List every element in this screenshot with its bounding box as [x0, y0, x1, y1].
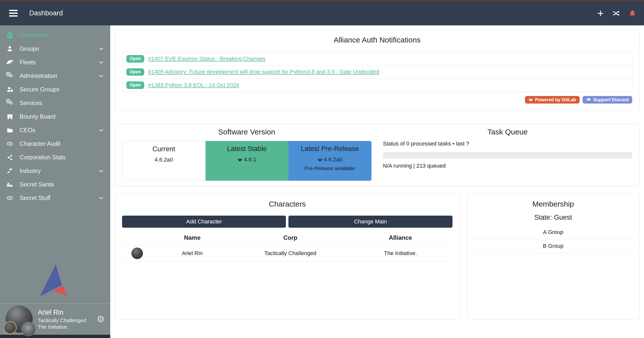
- tachometer-icon: [0, 32, 20, 39]
- notifications-title: Alliance Auth Notifications: [122, 35, 632, 45]
- gitlab-tanuki-icon: [318, 157, 322, 162]
- sidebar-item-industry[interactable]: Industry: [0, 164, 110, 178]
- chevron-down-icon[interactable]: [98, 168, 104, 174]
- version-latest-prerelease: Latest Pre-Release 4.6.2a0 Pre-Release a…: [288, 141, 371, 181]
- task-queue-progress-bar: [383, 152, 632, 159]
- notifications-card: Alliance Auth Notifications Open #1407 E…: [115, 30, 639, 112]
- chevron-down-icon[interactable]: [98, 59, 104, 65]
- user-alliance: The Initiative.: [38, 324, 86, 330]
- sidebar-item-label: Fleets: [20, 59, 36, 66]
- share-icon: [0, 154, 20, 161]
- sidebar-item-secret-stuff[interactable]: Secret Stuff: [0, 191, 110, 205]
- store-icon: [0, 113, 20, 120]
- sidebar-item-fleets[interactable]: Fleets: [0, 56, 110, 69]
- add-character-button[interactable]: Add Character: [122, 216, 286, 228]
- character-portrait: [131, 248, 143, 259]
- eye-icon: [0, 141, 20, 147]
- sidebar-item-label: Services: [20, 100, 42, 107]
- badge-label: Support Discord: [593, 98, 629, 102]
- shuffle-icon[interactable]: [612, 10, 620, 17]
- sidebar-item-services[interactable]: ⚙⚙ Services: [0, 96, 110, 110]
- gitlab-tanuki-icon: [528, 98, 533, 102]
- sidebar-item-label: Secure Groups: [20, 86, 59, 93]
- top-navbar: Dashboard +: [0, 1, 644, 25]
- sidebar-item-secret-santa[interactable]: Secret Santa: [0, 178, 110, 191]
- task-queue-status: Status of 0 processed tasks • last ?: [383, 140, 632, 147]
- chevron-down-icon[interactable]: [98, 127, 104, 133]
- membership-title: Membership: [473, 199, 633, 209]
- notification-row: Open #1405 Advisory: Future development …: [122, 65, 632, 79]
- sidebar-item-label: Bounty Board: [20, 113, 55, 120]
- alliance-logo-badge: [21, 322, 36, 336]
- user-icon: [0, 45, 20, 52]
- menu-icon[interactable]: [9, 10, 18, 17]
- status-badge: Open: [126, 68, 144, 76]
- membership-card: Membership State: Guest A Group B Group: [467, 193, 639, 320]
- characters-title: Characters: [122, 199, 452, 209]
- version-latest-stable: Latest Stable 4.6.1: [206, 141, 289, 181]
- table-row: Ariel Rin Tactically Challenged The Init…: [122, 245, 452, 262]
- badge-label: Powered by GitLab: [535, 98, 576, 102]
- column-header-name: Name: [152, 234, 232, 241]
- sidebar-item-bounty-board[interactable]: Bounty Board: [0, 110, 110, 123]
- rocket-icon: [0, 59, 20, 66]
- notifications-list: Open #1407 EVE Equinox Status - Breaking…: [122, 52, 632, 92]
- discord-logo-icon: [586, 98, 591, 102]
- sidebar-nav: Dashboard Groups: [0, 25, 110, 205]
- notification-row: Open #1407 EVE Equinox Status - Breaking…: [122, 52, 632, 65]
- support-discord-badge[interactable]: Support Discord: [583, 96, 632, 104]
- gears-icon: ⚙⚙: [0, 72, 20, 79]
- status-badge: Open: [126, 55, 144, 63]
- membership-groups-list: A Group B Group: [473, 225, 633, 253]
- add-icon[interactable]: +: [597, 10, 604, 17]
- list-item: B Group: [473, 239, 633, 253]
- software-version-section: Software Version Current 4.6.2a0 Latest …: [122, 127, 371, 183]
- sidebar-bottom-strip: [0, 335, 110, 338]
- characters-table-header: Name Corp Alliance: [122, 230, 452, 245]
- corp-logo-badge: [4, 321, 17, 334]
- characters-card: Characters Add Character Change Main Nam…: [115, 193, 460, 320]
- change-main-button[interactable]: Change Main: [288, 216, 452, 228]
- notification-link[interactable]: #1405 Advisory: Future development will …: [148, 69, 379, 75]
- sidebar-item-label: Groups: [20, 45, 39, 52]
- gifts-icon: [0, 181, 20, 188]
- gitlab-tanuki-icon: [238, 157, 242, 162]
- notifications-bell-icon[interactable]: [628, 9, 636, 17]
- main-content: Alliance Auth Notifications Open #1407 E…: [110, 25, 644, 338]
- chevron-down-icon[interactable]: [98, 73, 104, 79]
- sidebar-item-ceos[interactable]: CEOs: [0, 123, 110, 137]
- version-current: Current 4.6.2a0: [122, 141, 206, 181]
- sidebar-item-administration[interactable]: ⚙⚙ Administration: [0, 69, 110, 83]
- chevron-down-icon[interactable]: [98, 46, 104, 52]
- gears-icon: ⚙⚙: [0, 100, 20, 107]
- task-queue-section: Task Queue Status of 0 processed tasks •…: [383, 127, 632, 183]
- character-alliance: The Initiative.: [348, 250, 452, 257]
- software-version-title: Software Version: [122, 127, 371, 137]
- characters-table: Name Corp Alliance Ariel Rin Tactically …: [122, 230, 452, 262]
- version-table: Current 4.6.2a0 Latest Stable 4.6.1: [122, 141, 371, 181]
- user-panel: Ariel Rin Tactically Challenged The Init…: [0, 304, 110, 335]
- sidebar-item-label: Corporation Stats: [20, 154, 66, 161]
- sidebar-item-dashboard[interactable]: Dashboard: [0, 28, 110, 42]
- page-title: Dashboard: [29, 9, 63, 17]
- sidebar-item-label: Administration: [20, 73, 57, 79]
- notification-link[interactable]: #1383 Python 3.8 EOL - 14 Oct 2024: [148, 82, 239, 88]
- column-header-corp: Corp: [232, 234, 348, 241]
- sidebar-item-secure-groups[interactable]: Secure Groups: [0, 83, 110, 96]
- user-lock-icon: [0, 86, 20, 93]
- notification-link[interactable]: #1407 EVE Equinox Status - Breaking Chan…: [148, 56, 266, 62]
- chevron-down-icon[interactable]: [98, 195, 104, 201]
- character-corp: Tactically Challenged: [232, 250, 348, 257]
- settings-gear-icon[interactable]: ⚙: [97, 315, 105, 324]
- membership-state: State: Guest: [473, 214, 633, 221]
- hammer-icon: [0, 168, 20, 174]
- powered-by-gitlab-badge[interactable]: Powered by GitLab: [525, 96, 580, 104]
- sidebar-item-character-audit[interactable]: Character Audit: [0, 137, 110, 151]
- status-badge: Open: [126, 81, 144, 89]
- user-corp: Tactically Challenged: [38, 317, 86, 324]
- list-item: A Group: [473, 225, 633, 239]
- sidebar-item-label: CEOs: [20, 127, 35, 134]
- task-queue-title: Task Queue: [383, 127, 632, 137]
- sidebar-item-groups[interactable]: Groups: [0, 42, 110, 56]
- sidebar-item-corporation-stats[interactable]: Corporation Stats: [0, 151, 110, 164]
